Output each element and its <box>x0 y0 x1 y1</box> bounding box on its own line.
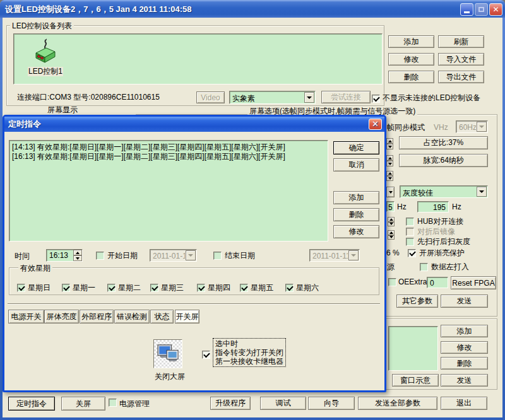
hide-unconnected-checkbox[interactable] <box>372 95 380 103</box>
start-date-select[interactable]: 2011-01-11 <box>150 249 197 262</box>
exit-button[interactable]: 退出 <box>441 397 487 410</box>
try-connect-button[interactable]: 尝试连接 <box>321 91 371 103</box>
hide-unconnected-label[interactable]: 不显示未连接的LED控制设备 <box>383 93 480 102</box>
weekday-sat-checkbox[interactable] <box>285 284 294 292</box>
oeextra-label[interactable]: OEExtra <box>398 277 427 286</box>
weekday-tue-checkbox[interactable] <box>107 284 116 292</box>
pixel-mode-select[interactable]: 实象素 <box>229 91 316 104</box>
upgrade-button[interactable]: 升级程序 <box>210 397 251 410</box>
minimize-icon <box>464 11 470 13</box>
hub-split-checkbox[interactable] <box>406 218 414 226</box>
weekday-wed-label[interactable]: 星期三 <box>161 283 184 292</box>
chevron-down-icon[interactable] <box>477 187 487 197</box>
close-screen-icon-button[interactable] <box>153 339 182 368</box>
timer-add-button[interactable]: 添加 <box>333 191 379 204</box>
dialog-close-button[interactable]: ✕ <box>369 119 382 130</box>
start-date-checkbox[interactable] <box>96 252 104 260</box>
relay-mode-checkbox[interactable] <box>202 351 210 359</box>
device-add-button[interactable]: 添加 <box>388 35 434 48</box>
tab-external-program[interactable]: 外部程序 <box>80 310 114 324</box>
window-sketch-button[interactable]: 窗口示意 <box>392 374 439 387</box>
device-item-label[interactable]: LED控制1 <box>28 67 63 76</box>
frame-freq-select[interactable]: 60Hz <box>456 120 488 133</box>
other-params-button[interactable]: 其它参数 <box>396 295 438 308</box>
end-date-checkbox[interactable] <box>213 252 222 260</box>
weekday-wed-checkbox[interactable] <box>150 284 158 292</box>
device-import-button[interactable]: 导入文件 <box>438 53 484 66</box>
timer-list[interactable]: [14:13] 有效星期:[星期日][星期一][星期二][星期三][星期四][星… <box>9 140 328 242</box>
tab-error-check[interactable]: 错误检测 <box>114 310 150 324</box>
window-send-button[interactable]: 发送 <box>441 374 488 387</box>
weekday-thu-checkbox[interactable] <box>197 284 205 292</box>
spin-down-icon[interactable] <box>73 255 82 261</box>
screen-off-button[interactable]: 关屏 <box>61 397 105 411</box>
timer-list-item[interactable]: [14:13] 有效星期:[星期日][星期一][星期二][星期三][星期四][星… <box>12 143 325 152</box>
weekday-mon-checkbox[interactable] <box>62 284 70 292</box>
refresh-rate-field[interactable]: 195 <box>417 201 449 213</box>
oeextra-checkbox[interactable] <box>388 278 396 286</box>
device-refresh-button[interactable]: 刷新 <box>438 35 484 48</box>
weekday-sun-label[interactable]: 星期日 <box>28 283 50 292</box>
maximize-button[interactable] <box>475 3 488 16</box>
device-list-panel[interactable] <box>13 33 383 85</box>
weekday-thu-label[interactable]: 星期四 <box>208 283 230 292</box>
tab-brightness[interactable]: 屏体亮度 <box>44 310 79 324</box>
window-list-panel[interactable] <box>388 326 438 371</box>
scan-gray-label[interactable]: 先扫行后扫灰度 <box>417 237 470 246</box>
weekday-fri-label[interactable]: 星期五 <box>251 283 273 292</box>
weekday-tue-label[interactable]: 星期二 <box>118 283 141 292</box>
timer-command-button[interactable]: 定时指令 <box>8 397 55 411</box>
gray-mode-select[interactable]: 灰度较佳 <box>400 185 488 198</box>
data-left-checkbox[interactable] <box>420 263 428 271</box>
time-spinner[interactable]: 16:13 <box>46 249 83 262</box>
chevron-down-icon[interactable] <box>304 92 314 103</box>
minimize-button[interactable] <box>460 3 473 16</box>
power-mgmt-checkbox[interactable] <box>109 399 117 407</box>
window-add-button[interactable]: 添加 <box>441 325 488 337</box>
cancel-button[interactable]: 取消 <box>333 158 379 172</box>
scan-gray-checkbox[interactable] <box>406 238 414 246</box>
device-modify-button[interactable]: 修改 <box>388 53 434 66</box>
weekday-sun-checkbox[interactable] <box>17 284 25 292</box>
hub-split-label[interactable]: HUB对开连接 <box>417 217 463 226</box>
timer-modify-button[interactable]: 修改 <box>333 225 379 238</box>
chevron-down-icon <box>477 122 487 132</box>
ok-button[interactable]: 确定 <box>333 141 379 155</box>
window-delete-button[interactable]: 删除 <box>441 357 488 370</box>
window-modify-button[interactable]: 修改 <box>441 341 488 354</box>
mirror-checkbox[interactable] <box>406 228 414 236</box>
send-all-params-button[interactable]: 发送全部参数 <box>358 397 437 410</box>
device-export-button[interactable]: 导出文件 <box>438 71 484 83</box>
params-send-button[interactable]: 发送 <box>441 295 488 308</box>
timer-delete-button[interactable]: 删除 <box>333 208 379 221</box>
data-left-label[interactable]: 数据左打入 <box>431 262 469 271</box>
pulse-width-button[interactable]: 脉宽:64纳秒 <box>399 154 488 167</box>
fade-protect-label[interactable]: 开屏渐亮保护 <box>419 248 465 257</box>
device-delete-button[interactable]: 删除 <box>388 71 434 83</box>
duty-cycle-button[interactable]: 占空比:37% <box>399 136 488 149</box>
power-mgmt-label[interactable]: 电源管理 <box>119 399 150 408</box>
time-value: 16:13 <box>47 250 73 261</box>
wizard-button[interactable]: 向导 <box>308 397 355 410</box>
start-date-label[interactable]: 开始日期 <box>107 251 138 260</box>
reset-fpga-button[interactable]: Reset FPGA <box>451 276 496 289</box>
weekday-sat-label[interactable]: 星期六 <box>296 283 319 292</box>
tab-power-switch[interactable]: 电源开关 <box>8 310 44 324</box>
close-icon: ✕ <box>492 5 499 14</box>
tab-status[interactable]: 状态 <box>150 310 174 324</box>
oeextra-field[interactable]: 0 <box>427 277 448 288</box>
end-date-select[interactable]: 2011-01-11 <box>309 249 360 262</box>
timer-list-item[interactable]: [16:13] 有效星期:[星期日][星期一][星期二][星期三][星期四][星… <box>12 152 325 161</box>
tab-screen-onoff[interactable]: 开关屏 <box>175 310 199 324</box>
spin-up-icon[interactable] <box>73 250 82 255</box>
video-button[interactable]: Video <box>196 91 225 103</box>
end-date-label[interactable]: 结束日期 <box>225 251 255 260</box>
refresh-rate-unit: Hz <box>452 202 461 211</box>
clipped-spinner-fragment <box>386 171 393 181</box>
led-device-icon[interactable] <box>33 38 57 64</box>
close-button[interactable]: ✕ <box>489 3 502 16</box>
weekday-mon-label[interactable]: 星期一 <box>73 283 95 292</box>
weekday-fri-checkbox[interactable] <box>240 284 248 292</box>
debug-button[interactable]: 调试 <box>260 397 306 410</box>
fade-protect-checkbox[interactable] <box>408 249 416 257</box>
